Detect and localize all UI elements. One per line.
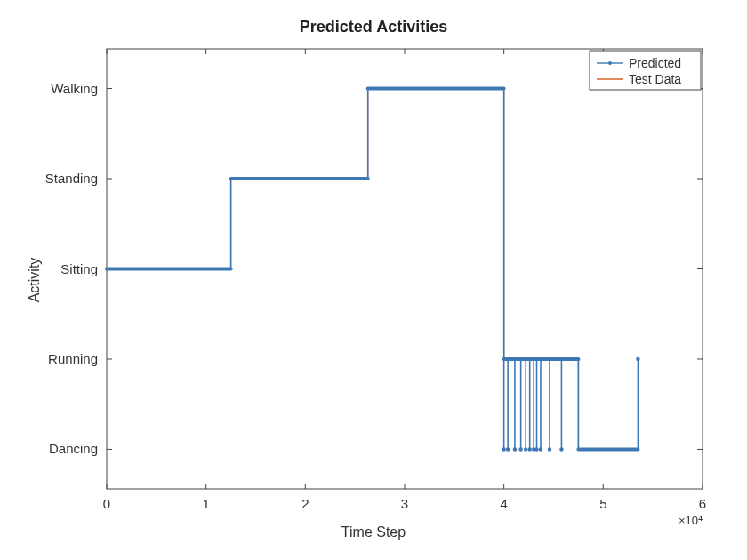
svg-text:4: 4: [500, 496, 507, 511]
svg-text:0: 0: [103, 496, 110, 511]
predicted-marker: [534, 447, 538, 451]
svg-text:6: 6: [699, 496, 706, 511]
predicted-marker: [528, 447, 532, 451]
legend-entry-testdata: Test Data: [629, 72, 681, 86]
predicted-marker: [559, 447, 563, 451]
predicted-marker: [548, 447, 551, 451]
y-tick-label: Sitting: [60, 261, 98, 276]
x-exponent-label: ×10⁴: [679, 514, 703, 527]
svg-text:5: 5: [599, 496, 606, 511]
svg-text:1: 1: [202, 496, 209, 511]
predicted-marker: [524, 447, 527, 451]
plot-area: 0123456×10⁴DancingRunningSittingStanding…: [0, 0, 747, 560]
svg-text:3: 3: [401, 496, 408, 511]
predicted-marker: [502, 447, 505, 451]
y-tick-label: Standing: [45, 171, 98, 186]
predicted-marker: [636, 357, 639, 361]
legend-entry-predicted: Predicted: [629, 56, 681, 70]
y-tick-label: Running: [48, 351, 98, 366]
y-tick-label: Walking: [51, 81, 98, 96]
predicted-marker: [513, 447, 517, 451]
legend: PredictedTest Data: [590, 51, 701, 90]
svg-point-34: [608, 61, 612, 65]
predicted-marker: [518, 447, 522, 451]
y-tick-label: Dancing: [49, 441, 98, 456]
svg-text:2: 2: [301, 496, 309, 511]
chart-figure: Predicted Activities Activity Time Step …: [0, 0, 747, 560]
predicted-marker: [506, 447, 510, 451]
predicted-marker: [539, 447, 542, 451]
